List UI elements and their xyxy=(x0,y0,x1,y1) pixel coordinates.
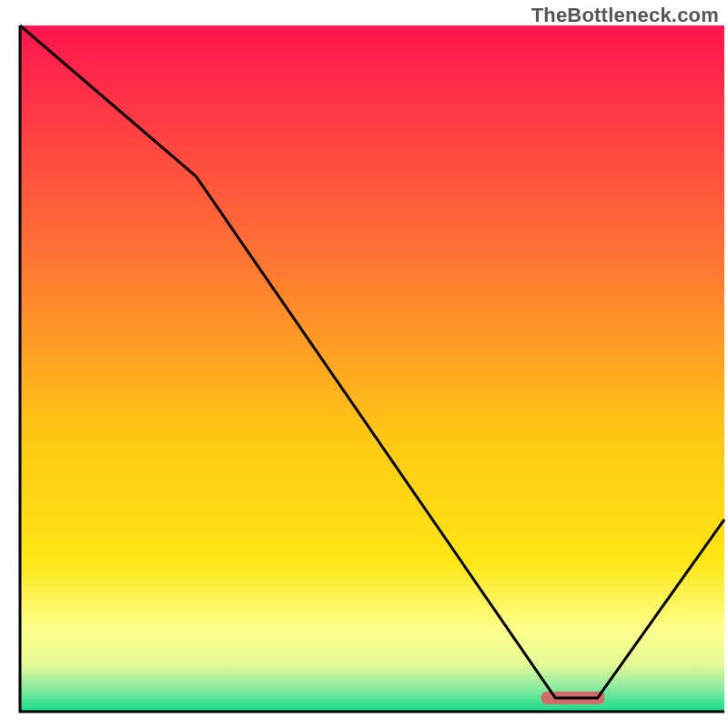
plot-background xyxy=(20,25,724,712)
bottleneck-chart: TheBottleneck.com xyxy=(0,0,728,728)
attribution-label: TheBottleneck.com xyxy=(531,4,719,27)
chart-svg xyxy=(0,0,728,728)
